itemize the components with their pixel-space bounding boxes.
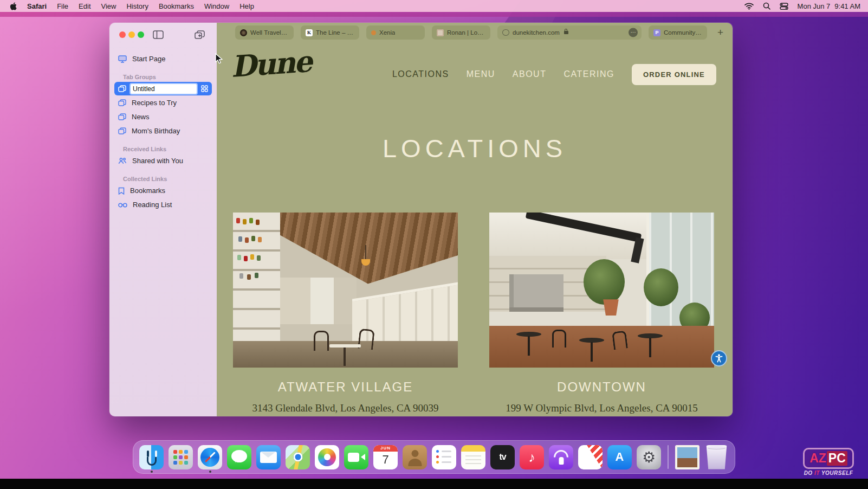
menu-safari[interactable]: Safari bbox=[27, 2, 47, 10]
menu-file[interactable]: File bbox=[57, 2, 68, 10]
dock-image-file-icon[interactable] bbox=[675, 445, 699, 469]
dock-news-icon[interactable] bbox=[578, 445, 603, 469]
sidebar-item-recipes[interactable]: Recipes to Try bbox=[114, 96, 212, 110]
apple-logo-icon[interactable] bbox=[10, 2, 17, 10]
calendar-day: 7 bbox=[373, 452, 398, 468]
clock-time: 9:41 AM bbox=[834, 2, 860, 10]
sidebar-item-label: Recipes to Try bbox=[132, 99, 177, 107]
sidebar-toggle-icon[interactable] bbox=[153, 30, 164, 41]
menu-bar: Safari File Edit View History Bookmarks … bbox=[0, 0, 868, 12]
dock-appstore-icon[interactable]: A bbox=[607, 445, 632, 469]
tab-overview-grid-icon[interactable] bbox=[201, 85, 208, 92]
dock-trash-icon[interactable] bbox=[704, 445, 729, 469]
tab-community[interactable]: P Community – Pl... bbox=[649, 25, 707, 40]
location-address-atwater: 3143 Glendale Blvd, Los Angeles, CA 9003… bbox=[233, 402, 458, 414]
watermark-tagline: DO IT YOURSELF bbox=[799, 470, 858, 476]
favicon-xenia-icon bbox=[371, 30, 376, 35]
dock-podcasts-icon[interactable] bbox=[549, 445, 573, 469]
sidebar-item-bookmarks[interactable]: Bookmarks bbox=[114, 184, 212, 197]
watermark: AZ PC DO IT YOURSELF bbox=[799, 448, 858, 476]
favicon-dune-icon bbox=[502, 29, 509, 36]
tab-label: Community – Pl... bbox=[664, 29, 702, 36]
tab-group-icon bbox=[118, 127, 126, 134]
menu-window[interactable]: Window bbox=[204, 2, 229, 10]
order-online-button[interactable]: ORDER ONLINE bbox=[632, 64, 716, 85]
sidebar-item-start-page[interactable]: Start Page bbox=[114, 52, 212, 66]
address-url: dunekitchen.com bbox=[513, 29, 560, 36]
menu-help[interactable]: Help bbox=[239, 2, 254, 10]
new-tab-button[interactable]: + bbox=[717, 25, 723, 40]
tab-label: The Line – Kinfolk bbox=[316, 29, 354, 36]
dock-reminders-icon[interactable] bbox=[432, 445, 456, 469]
dock-facetime-icon[interactable] bbox=[344, 445, 368, 469]
sidebar: Start Page Tab Groups Recipes to Try bbox=[109, 23, 217, 416]
watermark-az: AZ bbox=[809, 451, 826, 466]
section-collected-links: Collected Links bbox=[123, 176, 217, 182]
menu-history[interactable]: History bbox=[126, 2, 148, 10]
sidebar-item-shared-with-you[interactable]: Shared with You bbox=[114, 154, 212, 168]
sidebar-header bbox=[109, 23, 217, 48]
nav-about[interactable]: ABOUT bbox=[513, 69, 547, 79]
dock-launchpad-icon[interactable] bbox=[169, 445, 193, 469]
accessibility-icon bbox=[714, 353, 724, 363]
watermark-tagline-yourself: YOURSELF bbox=[821, 470, 853, 476]
minimize-button[interactable] bbox=[128, 31, 135, 38]
dock-mail-icon[interactable] bbox=[256, 445, 281, 469]
menu-edit[interactable]: Edit bbox=[79, 2, 90, 10]
sidebar-item-reading-list[interactable]: Reading List bbox=[114, 198, 212, 211]
tab-the-line-kinfolk[interactable]: K The Line – Kinfolk bbox=[301, 25, 359, 40]
tab-group-icon bbox=[118, 99, 126, 106]
control-center-icon[interactable] bbox=[780, 3, 788, 10]
dune-webpage: Dune LOCATIONS MENU ABOUT CATERING ORDER… bbox=[217, 42, 733, 416]
sidebar-item-moms-birthday[interactable]: Mom's Birthday bbox=[114, 124, 212, 138]
dock-music-icon[interactable]: ♪ bbox=[520, 445, 544, 469]
section-tab-groups: Tab Groups bbox=[123, 74, 217, 80]
watermark-logo: AZ PC bbox=[803, 448, 854, 469]
sidebar-item-label: Shared with You bbox=[132, 157, 183, 165]
downtown-photo bbox=[489, 213, 714, 368]
watermark-tagline-do: DO bbox=[804, 470, 813, 476]
sidebar-item-news[interactable]: News bbox=[114, 110, 212, 124]
nav-menu[interactable]: MENU bbox=[467, 69, 495, 79]
tab-ronan[interactable]: Ronan | Los Ang... bbox=[432, 25, 490, 40]
shared-with-you-icon bbox=[118, 157, 127, 164]
dock-calendar-icon[interactable]: JUN7 bbox=[373, 445, 398, 469]
dune-logo[interactable]: Dune bbox=[230, 44, 312, 84]
sidebar-item-label: Mom's Birthday bbox=[132, 127, 180, 135]
tab-label: Well Traveled |... bbox=[250, 29, 289, 36]
sidebar-item-tab-group-untitled[interactable] bbox=[114, 82, 212, 95]
page-settings-more-button[interactable]: ··· bbox=[629, 28, 638, 37]
zoom-button[interactable] bbox=[138, 31, 144, 38]
dock-notes-icon[interactable] bbox=[461, 445, 485, 469]
calendar-month: JUN bbox=[373, 445, 398, 452]
accessibility-widget-button[interactable] bbox=[711, 350, 727, 366]
wifi-icon[interactable] bbox=[744, 3, 754, 10]
sidebar-item-label: Reading List bbox=[133, 201, 172, 209]
tab-group-name-input[interactable] bbox=[129, 83, 198, 95]
location-name-downtown: DOWNTOWN bbox=[489, 379, 714, 395]
new-tab-group-icon[interactable] bbox=[195, 30, 205, 41]
close-button[interactable] bbox=[119, 31, 126, 38]
tab-well-traveled[interactable]: Well Traveled |... bbox=[235, 25, 294, 40]
address-bar-active-tab[interactable]: dunekitchen.com ··· bbox=[497, 25, 642, 40]
running-indicator bbox=[151, 471, 153, 473]
tab-xenia[interactable]: Xenia bbox=[366, 25, 425, 40]
menu-view[interactable]: View bbox=[101, 2, 116, 10]
dock-finder-icon[interactable] bbox=[139, 445, 164, 469]
location-name-atwater: ATWATER VILLAGE bbox=[233, 379, 458, 395]
dock-contacts-icon[interactable] bbox=[403, 445, 427, 469]
dock-messages-icon[interactable] bbox=[227, 445, 251, 469]
dock-safari-icon[interactable] bbox=[198, 445, 222, 469]
menu-bar-clock[interactable]: Mon Jun 7 9:41 AM bbox=[798, 2, 860, 10]
watermark-tagline-it: IT bbox=[814, 470, 820, 476]
dock-settings-icon[interactable]: ⚙ bbox=[637, 445, 661, 469]
dock-tv-icon[interactable]: tv bbox=[490, 445, 515, 469]
clock-date: Mon Jun 7 bbox=[798, 2, 831, 10]
watermark-pc: PC bbox=[827, 451, 847, 466]
menu-bookmarks[interactable]: Bookmarks bbox=[159, 2, 194, 10]
dock-photos-icon[interactable] bbox=[315, 445, 339, 469]
nav-locations[interactable]: LOCATIONS bbox=[392, 69, 449, 79]
nav-catering[interactable]: CATERING bbox=[563, 69, 614, 79]
dock-maps-icon[interactable] bbox=[286, 445, 310, 469]
spotlight-search-icon[interactable] bbox=[763, 2, 770, 10]
